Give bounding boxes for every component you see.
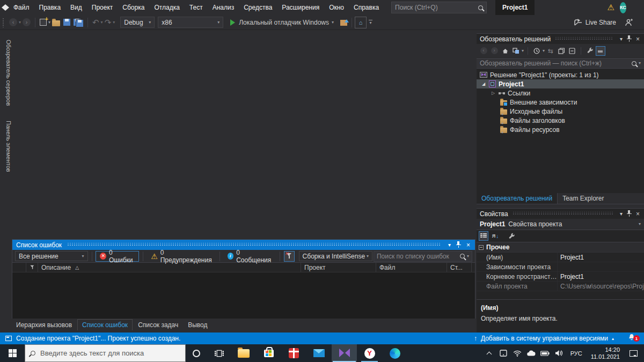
menu-edit[interactable]: Правка — [34, 0, 66, 15]
tree-item-source-files[interactable]: Исходные файлы — [477, 107, 644, 116]
undo-button[interactable]: ↶ — [91, 16, 101, 29]
properties-section-other[interactable]: − Прочее — [477, 242, 644, 253]
tree-item-references[interactable]: ▷ Ссылки — [477, 88, 644, 98]
navigate-back-button[interactable]: ‹ — [8, 16, 19, 29]
file-explorer-icon[interactable] — [231, 344, 256, 362]
redo-history-chevron-icon[interactable]: ▾ — [113, 20, 115, 25]
platform-dropdown[interactable]: x86 ▾ — [158, 17, 223, 28]
pin-icon[interactable] — [453, 241, 464, 249]
properties-object-dropdown[interactable]: Project1 Свойства проекта ▾ — [477, 219, 644, 230]
prop-row-project-file[interactable]: Файл проекта C:\Users\м\source\repos\Pro… — [477, 282, 644, 291]
quick-search-input[interactable] — [395, 4, 478, 11]
tab-call-hierarchy[interactable]: Иерархия вызовов — [12, 320, 76, 330]
task-view-button[interactable] — [207, 344, 231, 362]
window-position-chevron-icon[interactable]: ▾ — [618, 36, 625, 42]
close-icon[interactable]: × — [634, 210, 642, 218]
menu-view[interactable]: Вид — [65, 0, 87, 15]
notification-warning-icon[interactable]: ⚠ — [607, 3, 614, 12]
window-position-chevron-icon[interactable]: ▾ — [618, 211, 625, 217]
pin-icon[interactable] — [625, 210, 634, 218]
tab-toolbox[interactable]: Панель элементов — [0, 113, 12, 178]
clear-filters-button[interactable]: ✕ — [284, 251, 295, 262]
mail-icon[interactable] — [306, 344, 332, 362]
menu-project[interactable]: Проект — [87, 0, 118, 15]
tab-server-explorer[interactable]: Обозреватель серверов — [0, 32, 12, 111]
toolbar-overflow-button[interactable]: ▾ — [369, 20, 372, 25]
feedback-button[interactable] — [624, 16, 634, 29]
tree-item-project[interactable]: ◢ Project1 — [477, 79, 644, 88]
visual-studio-taskbar-icon[interactable] — [332, 344, 357, 362]
column-line[interactable]: Ст... — [447, 263, 472, 272]
menu-debug[interactable]: Отладка — [149, 0, 184, 15]
severity-column[interactable] — [12, 263, 26, 272]
error-list-search[interactable]: ▾ — [374, 251, 472, 262]
error-list-search-input[interactable] — [377, 253, 460, 260]
filter-column[interactable] — [26, 263, 38, 272]
navigate-forward-button[interactable]: › — [21, 16, 32, 29]
solution-explorer-search[interactable]: ▾ — [477, 58, 644, 69]
warnings-filter-button[interactable]: ⚠ 0 Предупреждения — [147, 251, 216, 262]
properties-wrench-icon[interactable] — [585, 46, 595, 56]
save-all-button[interactable] — [72, 16, 85, 29]
tab-team-explorer[interactable]: Team Explorer — [558, 193, 609, 204]
property-pages-wrench-icon[interactable] — [507, 231, 516, 241]
gift-app-icon[interactable] — [281, 344, 306, 362]
language-indicator[interactable]: РУС — [567, 350, 586, 357]
errors-filter-button[interactable]: ✕ 0 Ошибки — [96, 251, 139, 262]
home-icon[interactable] — [500, 46, 510, 56]
collapse-all-icon[interactable] — [567, 46, 577, 56]
expander-open-icon[interactable]: ◢ — [481, 82, 486, 86]
prop-row-name[interactable]: (Имя) Project1 — [477, 253, 644, 262]
new-project-button[interactable] — [38, 16, 48, 29]
user-avatar[interactable]: КС — [620, 2, 626, 13]
show-all-files-button[interactable] — [596, 46, 605, 56]
prop-value[interactable] — [557, 262, 644, 271]
configuration-dropdown[interactable]: Debug ▾ — [120, 17, 155, 28]
prop-row-project-dependencies[interactable]: Зависимости проекта — [477, 262, 644, 272]
menu-analyze[interactable]: Анализ — [208, 0, 239, 15]
onedrive-icon[interactable] — [525, 350, 537, 356]
column-file[interactable]: Файл — [376, 263, 447, 272]
collapse-section-icon[interactable]: − — [479, 245, 484, 250]
save-button[interactable] — [62, 16, 72, 29]
start-button[interactable] — [0, 344, 25, 362]
tab-solution-explorer[interactable]: Обозреватель решений — [477, 193, 558, 204]
window-position-chevron-icon[interactable]: ▾ — [445, 242, 453, 248]
menu-test[interactable]: Тест — [185, 0, 208, 15]
open-file-button[interactable] — [50, 16, 62, 29]
live-share-button[interactable]: Live Share — [574, 19, 616, 26]
solution-explorer-sync-button[interactable]: ⌂ — [355, 17, 367, 28]
pending-changes-filter-icon[interactable] — [532, 46, 541, 56]
source-dropdown[interactable]: Сборка и IntelliSense ▾ — [299, 251, 372, 261]
expander-closed-icon[interactable]: ▷ — [491, 91, 496, 95]
action-center-icon[interactable] — [630, 350, 638, 357]
redo-button[interactable]: ↷ — [103, 16, 113, 29]
solution-explorer-search-input[interactable] — [480, 60, 632, 67]
solution-explorer-titlebar[interactable]: Обозреватель решений ▾ × — [477, 34, 644, 44]
close-icon[interactable]: × — [634, 35, 642, 43]
volume-icon[interactable] — [553, 350, 565, 357]
cortana-button[interactable] — [186, 344, 207, 362]
chevron-down-icon[interactable]: ▾ — [639, 61, 641, 65]
switch-views-icon[interactable] — [511, 46, 521, 56]
menu-file[interactable]: Файл — [9, 0, 34, 15]
quick-search[interactable] — [391, 2, 487, 13]
menu-window[interactable]: Окно — [324, 0, 349, 15]
prop-value[interactable]: Project1 — [557, 272, 644, 281]
prop-row-root-namespace[interactable]: Корневое пространство им Project1 — [477, 272, 644, 282]
tab-task-list[interactable]: Список задач — [134, 320, 182, 330]
forward-icon[interactable]: › — [491, 47, 498, 54]
messages-filter-button[interactable]: i 0 Сообщения — [224, 251, 276, 262]
categorized-view-button[interactable] — [479, 231, 488, 241]
tree-item-resource-files[interactable]: Файлы ресурсов — [477, 125, 644, 134]
scope-dropdown[interactable]: Все решение ▾ — [15, 251, 88, 261]
edge-icon[interactable] — [382, 344, 407, 362]
tray-expand-icon[interactable] — [484, 351, 495, 356]
taskbar-search-input[interactable] — [40, 349, 180, 357]
tablet-mode-icon[interactable] — [497, 350, 509, 357]
prop-value[interactable]: Project1 — [557, 253, 644, 262]
attach-button[interactable] — [339, 16, 349, 29]
start-debug-button[interactable]: Локальный отладчик Windows ▾ — [229, 16, 335, 29]
close-icon[interactable]: × — [464, 241, 473, 249]
sync-icon[interactable]: ⇆ — [546, 46, 555, 56]
